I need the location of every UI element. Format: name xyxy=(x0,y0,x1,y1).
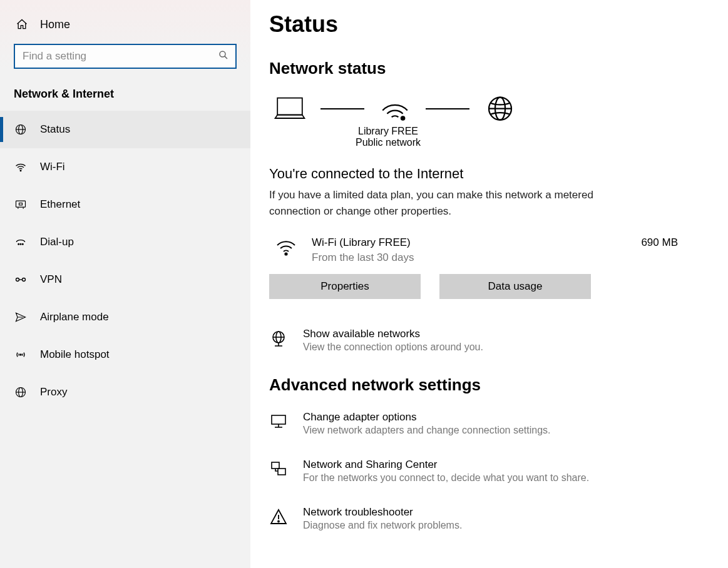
section-network-status: Network status xyxy=(269,59,709,78)
diagram-line xyxy=(320,108,364,109)
troubleshooter-link[interactable]: Network troubleshooter Diagnose and fix … xyxy=(269,506,709,531)
svg-point-10 xyxy=(18,244,19,245)
sidebar-item-hotspot[interactable]: Mobile hotspot xyxy=(0,336,250,373)
diagram-labels: Library FREE Public network xyxy=(269,126,507,148)
globe-icon xyxy=(14,123,28,136)
properties-button[interactable]: Properties xyxy=(269,274,421,299)
svg-rect-20 xyxy=(277,98,302,115)
svg-point-13 xyxy=(16,278,19,281)
svg-point-16 xyxy=(20,354,21,355)
sharing-center-link[interactable]: Network and Sharing Center For the netwo… xyxy=(269,459,709,484)
sidebar-item-status[interactable]: Status xyxy=(0,111,250,148)
section-advanced: Advanced network settings xyxy=(269,375,709,395)
svg-rect-34 xyxy=(272,462,279,469)
home-label: Home xyxy=(40,18,70,31)
svg-point-5 xyxy=(20,170,21,171)
globe-icon xyxy=(483,94,517,123)
wifi-icon xyxy=(14,160,28,174)
hotspot-icon xyxy=(14,348,28,362)
data-usage-button[interactable]: Data usage xyxy=(439,274,591,299)
link-desc: View the connection options around you. xyxy=(303,342,483,353)
category-title: Network & Internet xyxy=(0,88,250,111)
search-icon xyxy=(218,49,229,63)
connected-title: You're connected to the Internet xyxy=(269,166,709,182)
sidebar-item-vpn[interactable]: VPN xyxy=(0,261,250,298)
airplane-icon xyxy=(14,310,28,324)
sidebar-item-airplane[interactable]: Airplane mode xyxy=(0,298,250,336)
diagram-ssid: Library FREE xyxy=(269,126,507,137)
dialup-icon xyxy=(14,235,28,249)
svg-point-21 xyxy=(401,117,404,120)
svg-point-37 xyxy=(278,521,279,522)
link-title: Show available networks xyxy=(303,328,483,340)
svg-rect-6 xyxy=(16,201,26,207)
svg-rect-35 xyxy=(278,469,285,475)
vpn-icon xyxy=(14,273,28,287)
sidebar-item-label: VPN xyxy=(40,273,62,286)
sidebar-item-label: Status xyxy=(40,123,70,136)
network-diagram xyxy=(269,94,709,123)
svg-point-0 xyxy=(220,51,225,57)
adapter-options-link[interactable]: Change adapter options View network adap… xyxy=(269,411,709,436)
svg-point-25 xyxy=(285,253,287,255)
ethernet-icon xyxy=(14,198,28,211)
warning-icon xyxy=(269,507,288,526)
svg-line-1 xyxy=(225,56,227,59)
sidebar-item-label: Ethernet xyxy=(40,198,80,211)
sidebar-item-wifi[interactable]: Wi-Fi xyxy=(0,148,250,186)
link-desc: For the networks you connect to, decide … xyxy=(303,472,589,484)
connected-desc: If you have a limited data plan, you can… xyxy=(269,187,620,219)
home-icon xyxy=(15,18,29,31)
wifi-usage-row: Wi-Fi (Library FREE) From the last 30 da… xyxy=(269,236,709,264)
main-content: Status Network status Library FREE Publi… xyxy=(250,0,728,568)
svg-point-11 xyxy=(20,244,21,245)
svg-point-14 xyxy=(23,278,26,281)
laptop-icon xyxy=(273,94,307,123)
sidebar-item-label: Airplane mode xyxy=(40,311,109,323)
link-desc: View network adapters and change connect… xyxy=(303,425,551,436)
sidebar-item-proxy[interactable]: Proxy xyxy=(0,373,250,411)
svg-rect-31 xyxy=(272,415,285,424)
sidebar-item-label: Dial-up xyxy=(40,236,74,248)
diagram-net-type: Public network xyxy=(269,137,507,148)
search-box[interactable] xyxy=(14,44,237,69)
sidebar-item-ethernet[interactable]: Ethernet xyxy=(0,186,250,223)
search-input[interactable] xyxy=(23,50,218,63)
page-title: Status xyxy=(269,11,709,38)
network-share-icon xyxy=(269,460,288,479)
wifi-usage: 690 MB xyxy=(641,236,678,249)
sidebar-item-label: Proxy xyxy=(40,386,67,398)
wifi-sub: From the last 30 days xyxy=(312,251,626,264)
link-title: Network troubleshooter xyxy=(303,506,462,519)
globe-icon xyxy=(14,385,28,399)
svg-point-12 xyxy=(23,244,24,245)
svg-rect-9 xyxy=(19,203,23,205)
sidebar: Home Network & Internet Status Wi-Fi xyxy=(0,0,250,568)
button-row: Properties Data usage xyxy=(269,274,709,299)
sidebar-item-label: Mobile hotspot xyxy=(40,348,110,361)
wifi-name: Wi-Fi (Library FREE) xyxy=(312,236,626,249)
home-button[interactable]: Home xyxy=(0,13,250,44)
sidebar-item-label: Wi-Fi xyxy=(40,161,65,173)
nav: Status Wi-Fi Ethernet Dial-up VPN xyxy=(0,111,250,411)
show-networks-link[interactable]: Show available networks View the connect… xyxy=(269,328,709,353)
diagram-line xyxy=(426,108,469,109)
link-title: Network and Sharing Center xyxy=(303,459,589,471)
sidebar-item-dialup[interactable]: Dial-up xyxy=(0,223,250,261)
wifi-icon xyxy=(275,236,297,258)
link-desc: Diagnose and fix network problems. xyxy=(303,520,462,531)
search-container xyxy=(0,44,250,88)
monitor-icon xyxy=(269,412,288,431)
link-title: Change adapter options xyxy=(303,411,551,423)
globe-stand-icon xyxy=(269,329,288,348)
wifi-icon xyxy=(378,94,412,123)
